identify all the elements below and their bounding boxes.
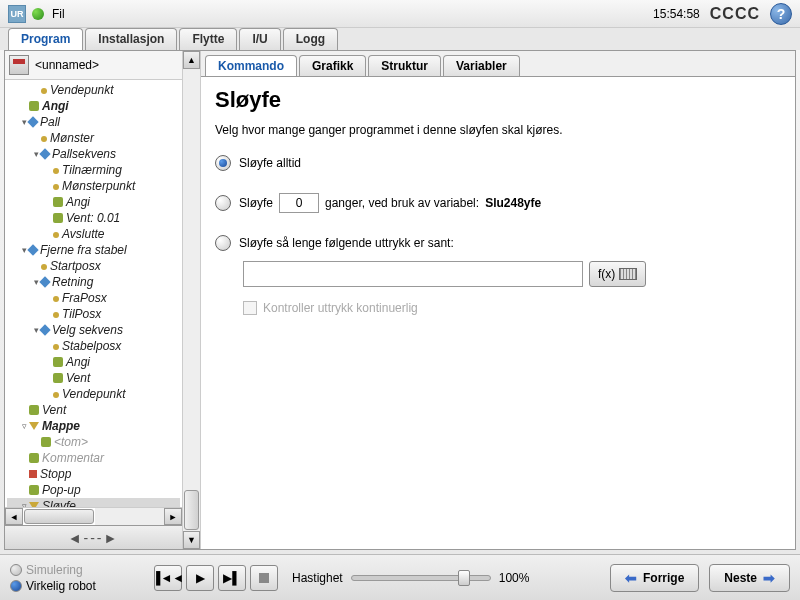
menu-file[interactable]: Fil xyxy=(52,7,65,21)
radio-loop-count[interactable] xyxy=(215,195,231,211)
panel-title: Sløyfe xyxy=(215,87,781,113)
loop-count-post: ganger, ved bruk av variabel: xyxy=(325,196,479,210)
fx-label: f(x) xyxy=(598,267,615,281)
disk-icon[interactable] xyxy=(9,55,29,75)
command-panel: Sløyfe Velg hvor mange ganger programmet… xyxy=(201,76,795,549)
tab-log[interactable]: Logg xyxy=(283,28,338,50)
speed-slider[interactable] xyxy=(351,575,491,581)
tree-node[interactable]: Vent xyxy=(7,402,180,418)
footer: Simulering Virkelig robot ▐◄◄ ▶ ▶▌ Hasti… xyxy=(0,554,800,600)
scroll-right-icon[interactable]: ► xyxy=(164,508,182,525)
tree-node[interactable]: Stopp xyxy=(7,466,180,482)
v-scrollbar[interactable]: ▲ ▼ xyxy=(183,51,201,549)
slider-handle[interactable] xyxy=(458,570,470,586)
tab-move[interactable]: Flytte xyxy=(179,28,237,50)
arrow-left-icon: ⬅ xyxy=(625,570,637,586)
next-label: Neste xyxy=(724,571,757,585)
tree-node[interactable]: ▾Pallsekvens xyxy=(7,146,180,162)
scroll-thumb[interactable] xyxy=(24,509,94,524)
node-label: Mappe xyxy=(42,419,80,433)
real-option[interactable]: Virkelig robot xyxy=(10,579,140,593)
tree-node[interactable]: ▾Fjerne fra stabel xyxy=(7,242,180,258)
node-icon xyxy=(53,357,63,367)
fx-button[interactable]: f(x) xyxy=(589,261,646,287)
radio-loop-expr[interactable] xyxy=(215,235,231,251)
rewind-button[interactable]: ▐◄◄ xyxy=(154,565,182,591)
h-scrollbar[interactable]: ◄ ► xyxy=(5,507,182,525)
program-tree[interactable]: VendepunktAngi▾PallMønster▾PallsekvensTi… xyxy=(5,80,182,507)
real-label: Virkelig robot xyxy=(26,579,96,593)
sim-option[interactable]: Simulering xyxy=(10,563,140,577)
scroll-up-icon[interactable]: ▲ xyxy=(183,51,200,69)
loop-always-row[interactable]: Sløyfe alltid xyxy=(215,155,781,171)
tab-program[interactable]: Program xyxy=(8,28,83,50)
tree-node[interactable]: TilPosx xyxy=(7,306,180,322)
tree-node[interactable]: Angi xyxy=(7,194,180,210)
speed-value: 100% xyxy=(499,571,530,585)
subtab-graphics[interactable]: Grafikk xyxy=(299,55,366,76)
node-icon xyxy=(53,296,59,302)
stop-icon xyxy=(259,573,269,583)
node-label: Mønsterpunkt xyxy=(62,179,135,193)
tree-nav[interactable]: ◄---► xyxy=(5,525,182,549)
radio-loop-always[interactable] xyxy=(215,155,231,171)
tree-node[interactable]: Kommentar xyxy=(7,450,180,466)
tree-node[interactable]: Mønsterpunkt xyxy=(7,178,180,194)
tree-node[interactable]: Stabelposx xyxy=(7,338,180,354)
workarea: <unnamed> VendepunktAngi▾PallMønster▾Pal… xyxy=(4,50,796,550)
loop-count-row[interactable]: Sløyfe ganger, ved bruk av variabel: Slu… xyxy=(215,193,781,213)
step-icon: ▶▌ xyxy=(223,571,241,585)
app-logo: UR xyxy=(8,5,26,23)
tree-node[interactable]: Vendepunkt xyxy=(7,386,180,402)
scroll-left-icon[interactable]: ◄ xyxy=(5,508,23,525)
tree-node[interactable]: Vendepunkt xyxy=(7,82,180,98)
tree-node[interactable]: Angi xyxy=(7,354,180,370)
node-label: Pall xyxy=(40,115,60,129)
tree-node[interactable]: FraPosx xyxy=(7,290,180,306)
tree-node[interactable]: <tom> xyxy=(7,434,180,450)
help-button[interactable]: ? xyxy=(770,3,792,25)
tree-node[interactable]: ▾Pall xyxy=(7,114,180,130)
subtab-structure[interactable]: Struktur xyxy=(368,55,441,76)
tab-install[interactable]: Installasjon xyxy=(85,28,177,50)
tree-node[interactable]: ▿Sløyfe xyxy=(7,498,180,507)
tree-node[interactable]: Avslutte xyxy=(7,226,180,242)
loop-expr-label: Sløyfe så lenge følgende uttrykk er sant… xyxy=(239,236,454,250)
tree-node[interactable]: Vent xyxy=(7,370,180,386)
node-label: Kommentar xyxy=(42,451,104,465)
subtab-variables[interactable]: Variabler xyxy=(443,55,520,76)
scroll-down-icon[interactable]: ▼ xyxy=(183,531,200,549)
node-icon xyxy=(39,324,50,335)
prev-button[interactable]: ⬅Forrige xyxy=(610,564,699,592)
tree-node[interactable]: Pop-up xyxy=(7,482,180,498)
topbar: UR Fil 15:54:58 CCCC ? xyxy=(0,0,800,28)
node-label: Pop-up xyxy=(42,483,81,497)
node-icon xyxy=(53,184,59,190)
step-button[interactable]: ▶▌ xyxy=(218,565,246,591)
stop-button[interactable] xyxy=(250,565,278,591)
node-label: Startposx xyxy=(50,259,101,273)
node-icon xyxy=(53,373,63,383)
play-icon: ▶ xyxy=(196,571,205,585)
tree-node[interactable]: Startposx xyxy=(7,258,180,274)
tree-node[interactable]: ▾Velg sekvens xyxy=(7,322,180,338)
tree-node[interactable]: ▿Mappe xyxy=(7,418,180,434)
loop-expr-row[interactable]: Sløyfe så lenge følgende uttrykk er sant… xyxy=(215,235,781,251)
clock: 15:54:58 xyxy=(653,7,700,21)
tab-io[interactable]: I/U xyxy=(239,28,280,50)
check-continuous[interactable] xyxy=(243,301,257,315)
node-label: Stopp xyxy=(40,467,71,481)
node-icon xyxy=(53,232,59,238)
tree-node[interactable]: ▾Retning xyxy=(7,274,180,290)
tree-node[interactable]: Mønster xyxy=(7,130,180,146)
tree-node[interactable]: Tilnærming xyxy=(7,162,180,178)
loop-count-input[interactable] xyxy=(279,193,319,213)
node-label: Pallsekvens xyxy=(52,147,116,161)
subtab-command[interactable]: Kommando xyxy=(205,55,297,76)
expression-input[interactable] xyxy=(243,261,583,287)
scroll-thumb-v[interactable] xyxy=(184,490,199,530)
tree-node[interactable]: Angi xyxy=(7,98,180,114)
play-button[interactable]: ▶ xyxy=(186,565,214,591)
tree-node[interactable]: Vent: 0.01 xyxy=(7,210,180,226)
next-button[interactable]: Neste➡ xyxy=(709,564,790,592)
